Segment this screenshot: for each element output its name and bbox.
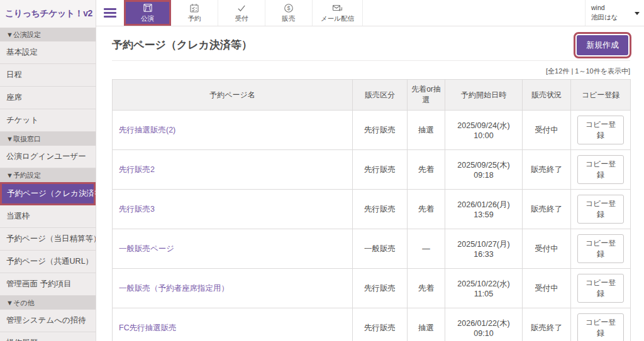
- status-cell: 受付中: [523, 269, 571, 308]
- sidebar: こりっちチケット！v2 ▼公演設定 基本設定 日程 座席 チケット ▼取扱窓口 …: [0, 0, 96, 341]
- method-cell: 先着: [408, 190, 445, 229]
- sidebar-section-reservation-settings: ▼予約設定: [0, 168, 96, 182]
- table-row: 先行販売3 先行販売 先着 2026/01/26(月) 13:59 販売終了 コ…: [113, 190, 631, 229]
- reservation-page-link[interactable]: 先行抽選販売(2): [113, 111, 353, 150]
- copy-cell: コピー登録: [571, 229, 631, 269]
- reservation-page-link[interactable]: 先行販売2: [113, 150, 353, 190]
- tab-performance[interactable]: 公演: [124, 0, 171, 26]
- tab-label: 販売: [282, 14, 296, 23]
- page-header: 予約ページ（クレカ決済等） 新規作成: [112, 38, 630, 61]
- sidebar-item-basic-settings[interactable]: 基本設定: [0, 41, 96, 64]
- copy-register-button[interactable]: コピー登録: [577, 274, 624, 303]
- user-menu[interactable]: wind 池田はな: [585, 0, 644, 26]
- start-datetime-cell: 2026/01/22(木) 09:10: [445, 308, 523, 341]
- sales-category-cell: 一般販売: [353, 229, 408, 269]
- table-header-row: 予約ページ名 販売区分 先着or抽選 予約開始日時 販売状況 コピー登録: [113, 80, 631, 111]
- caret-down-icon: [635, 12, 640, 15]
- tab-mail-delivery[interactable]: メール配信: [313, 0, 363, 26]
- tab-label: 予約: [188, 14, 201, 23]
- sidebar-item-seats[interactable]: 座席: [0, 87, 96, 109]
- sales-category-cell: 先行販売: [353, 111, 408, 150]
- copy-register-button[interactable]: コピー登録: [577, 155, 624, 184]
- app-logo[interactable]: こりっちチケット！v2: [0, 0, 96, 28]
- status-cell: 受付中: [523, 111, 571, 150]
- start-datetime-cell: 2025/09/24(水) 10:00: [445, 111, 523, 150]
- sidebar-item-winning-slots[interactable]: 当選枠: [0, 205, 96, 228]
- start-datetime-cell: 2025/09/25(木) 09:18: [445, 150, 523, 190]
- status-cell: 販売終了: [523, 150, 571, 190]
- sidebar-section-performance-settings: ▼公演設定: [0, 28, 96, 41]
- sidebar-item-reservation-page-credit[interactable]: 予約ページ（クレカ決済等）: [0, 182, 96, 205]
- sidebar-item-login-users[interactable]: 公演ログインユーザー: [0, 146, 96, 168]
- sidebar-section-others: ▼その他: [0, 296, 96, 310]
- main-content: 予約ページ（クレカ決済等） 新規作成 [全12件 | 1～10件を表示中] 予約…: [96, 26, 644, 341]
- tab-label: 受付: [235, 14, 248, 23]
- header-page-name: 予約ページ名: [113, 80, 353, 111]
- start-datetime-cell: 2026/01/26(月) 13:59: [445, 190, 523, 229]
- copy-cell: コピー登録: [571, 190, 631, 229]
- table-row: 先行販売2 先行販売 先着 2025/09/25(木) 09:18 販売終了 コ…: [113, 150, 631, 190]
- status-cell: 受付中: [523, 229, 571, 269]
- status-cell: 販売終了: [523, 190, 571, 229]
- tab-sales[interactable]: $ 販売: [265, 0, 313, 26]
- result-count-text: [全12件 | 1～10件を表示中]: [112, 67, 630, 76]
- sidebar-item-system-invitation[interactable]: 管理システムへの招待: [0, 310, 96, 332]
- check-icon: [236, 3, 247, 13]
- dollar-circle-icon: $: [284, 3, 294, 13]
- sales-category-cell: 先行販売: [353, 269, 408, 308]
- status-cell: 販売終了: [523, 308, 571, 341]
- copy-cell: コピー登録: [571, 269, 631, 308]
- sidebar-item-operation-history[interactable]: 操作履歴: [0, 332, 96, 341]
- user-org: wind: [591, 4, 633, 13]
- reservation-pages-table: 予約ページ名 販売区分 先着or抽選 予約開始日時 販売状況 コピー登録 先行抽…: [112, 79, 631, 341]
- copy-cell: コピー登録: [571, 150, 631, 190]
- reservation-page-link[interactable]: 一般販売（予約者座席指定用）: [113, 269, 353, 308]
- header-sales-category: 販売区分: [353, 80, 408, 111]
- sidebar-item-schedule[interactable]: 日程: [0, 64, 96, 87]
- app-logo-text: こりっちチケット！v2: [5, 8, 92, 19]
- copy-cell: コピー登録: [571, 308, 631, 341]
- sidebar-item-reservation-page-common-url[interactable]: 予約ページ（共通URL）: [0, 251, 96, 273]
- calendar-check-icon: [189, 3, 199, 13]
- table-row: FC先行抽選販売 先行販売 抽選 2026/01/22(木) 09:10 販売終…: [113, 308, 631, 341]
- hamburger-menu-icon[interactable]: [96, 0, 124, 26]
- reservation-page-link[interactable]: 先行販売3: [113, 190, 353, 229]
- sales-category-cell: 先行販売: [353, 308, 408, 341]
- user-name: 池田はな: [591, 13, 633, 22]
- copy-register-button[interactable]: コピー登録: [577, 195, 624, 224]
- sidebar-item-admin-reservation-fields[interactable]: 管理画面 予約項目: [0, 273, 96, 296]
- method-cell: 先着: [408, 150, 445, 190]
- start-datetime-cell: 2025/10/22(水) 11:05: [445, 269, 523, 308]
- method-cell: 先着: [408, 269, 445, 308]
- tab-label: メール配信: [321, 14, 354, 23]
- table-row: 一般販売（予約者座席指定用） 先行販売 先着 2025/10/22(水) 11:…: [113, 269, 631, 308]
- svg-text:$: $: [287, 5, 290, 11]
- tab-reception[interactable]: 受付: [218, 0, 265, 26]
- sidebar-section-handling-window: ▼取扱窓口: [0, 132, 96, 146]
- page-title: 予約ページ（クレカ決済等）: [112, 39, 252, 51]
- reservation-page-link[interactable]: FC先行抽選販売: [113, 308, 353, 341]
- method-cell: 抽選: [408, 111, 445, 150]
- header-copy-register: コピー登録: [571, 80, 631, 111]
- copy-register-button[interactable]: コピー登録: [577, 234, 624, 263]
- sales-category-cell: 先行販売: [353, 150, 408, 190]
- start-datetime-cell: 2025/10/27(月) 16:33: [445, 229, 523, 269]
- copy-register-button[interactable]: コピー登録: [577, 313, 624, 341]
- sidebar-item-tickets[interactable]: チケット: [0, 109, 96, 132]
- sales-category-cell: 先行販売: [353, 190, 408, 229]
- mail-icon: [332, 3, 343, 13]
- reservation-page-link[interactable]: 一般販売ページ: [113, 229, 353, 269]
- method-cell: ―: [408, 229, 445, 269]
- stage-curtain-icon: [143, 3, 153, 13]
- tab-label: 公演: [141, 14, 154, 23]
- sidebar-item-reservation-page-sameday[interactable]: 予約ページ（当日精算等）: [0, 228, 96, 251]
- copy-cell: コピー登録: [571, 111, 631, 150]
- topbar: 公演 予約 受付 $ 販売: [96, 0, 644, 26]
- header-start-datetime: 予約開始日時: [445, 80, 523, 111]
- copy-register-button[interactable]: コピー登録: [577, 116, 624, 144]
- table-row: 先行抽選販売(2) 先行販売 抽選 2025/09/24(水) 10:00 受付…: [113, 111, 631, 150]
- tab-reservation[interactable]: 予約: [171, 0, 218, 26]
- create-new-button[interactable]: 新規作成: [577, 35, 628, 55]
- table-row: 一般販売ページ 一般販売 ― 2025/10/27(月) 16:33 受付中 コ…: [113, 229, 631, 269]
- header-method: 先着or抽選: [408, 80, 445, 111]
